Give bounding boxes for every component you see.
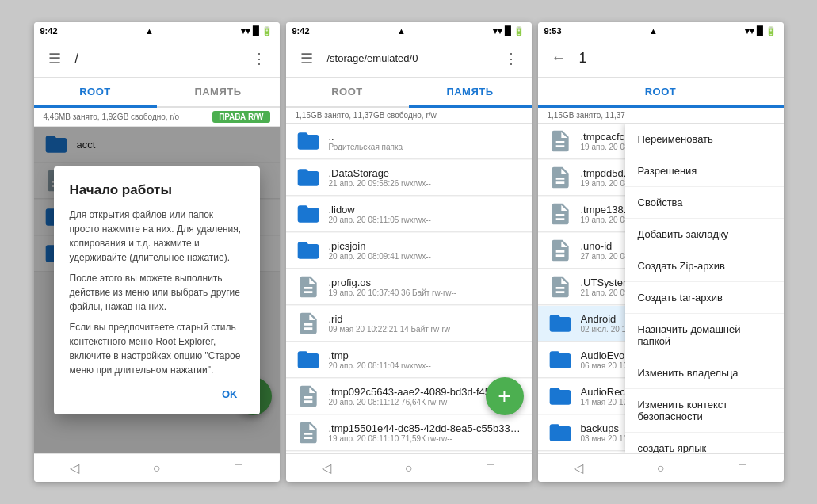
file-info: .rid 09 мая 20 10:22:21 14 Байт rw-rw-- (329, 313, 522, 334)
rights-button-1[interactable]: ПРАВА R/W (212, 111, 269, 123)
fab-button-2[interactable]: + (486, 377, 524, 415)
list-item[interactable]: .lidow 20 апр. 20 08:11:05 rwxrwx-- (286, 197, 532, 232)
screen3: 9:53 ▲ ▾▾ ▉ 🔋 ← 1 ROOT 1,15GB занято, 11… (538, 22, 784, 482)
home-nav-button-1[interactable]: ○ (142, 454, 170, 483)
signal-icon-1: ▉ (253, 26, 259, 36)
context-menu-bookmark[interactable]: Добавить закладку (625, 219, 784, 250)
app-bar-title-1: / (75, 52, 245, 66)
menu-button-2[interactable]: ☰ (292, 44, 321, 73)
home-nav-button-3[interactable]: ○ (646, 454, 674, 483)
screen1: 9:42 ▲ ▾▾ ▉ 🔋 ☰ / ⋮ ROOT ПАМЯТЬ 4,46МВ (34, 22, 280, 482)
list-item[interactable]: .tmp 20 апр. 20 08:11:04 rwxrwx-- (286, 342, 532, 378)
folder-icon (548, 384, 573, 409)
home-nav-button-2[interactable]: ○ (394, 454, 422, 483)
recent-nav-button-3[interactable]: □ (728, 454, 757, 483)
storage-bar-3: 1,15GB занято, 11,37 (538, 108, 784, 124)
folder-icon-selected (548, 311, 573, 336)
back-nav-button-3[interactable]: ◁ (564, 454, 593, 483)
file-icon (548, 165, 573, 190)
signal-icon-2: ▉ (505, 26, 511, 36)
status-bar-3: 9:53 ▲ ▾▾ ▉ 🔋 (538, 22, 784, 40)
screen1-content: acct default.prop 31 дек. 69 19:00:00 1,… (34, 127, 280, 453)
back-header-3: ← 1 (538, 40, 784, 78)
context-menu-3: Переименовать Разрешения Свойства Добави… (625, 124, 784, 453)
file-info: .picsjoin 20 апр. 20 08:09:41 rwxrwx-- (329, 240, 522, 261)
app-bar-2: ☰ /storage/emulated/0 ⋮ (286, 40, 532, 78)
notification-icon-3: ▲ (649, 26, 658, 36)
tab-root-2[interactable]: ROOT (286, 78, 409, 106)
storage-bar-2: 1,15GB занято, 11,37GB свободно, r/w (286, 108, 532, 124)
signal-icon-3: ▉ (757, 26, 763, 36)
tab-root-3[interactable]: ROOT (538, 78, 784, 108)
screen2: 9:42 ▲ ▾▾ ▉ 🔋 ☰ /storage/emulated/0 ⋮ RO… (286, 22, 532, 482)
file-icon (296, 420, 321, 445)
context-menu-owner[interactable]: Изменить владельца (625, 357, 784, 389)
notification-icon-1: ▲ (145, 26, 154, 36)
wifi-icon-2: ▾▾ (493, 26, 502, 36)
list-item[interactable]: .profig.os 19 апр. 20 10:37:40 36 Байт r… (286, 269, 532, 305)
list-item[interactable]: .rid 09 мая 20 10:22:21 14 Байт rw-rw-- (286, 306, 532, 342)
more-button-2[interactable]: ⋮ (497, 44, 525, 73)
folder-icon (296, 201, 321, 227)
status-icons-2: ▾▾ ▉ 🔋 (493, 26, 525, 36)
more-button-1[interactable]: ⋮ (245, 44, 273, 73)
battery-icon-1: 🔋 (262, 26, 273, 36)
bottom-nav-3: ◁ ○ □ (538, 453, 784, 482)
file-icon (548, 128, 573, 154)
dialog-ok-button[interactable]: OK (216, 384, 244, 405)
dialog-body3: Если вы предпочитаете старый стиль конте… (70, 320, 244, 377)
context-menu-properties[interactable]: Свойства (625, 187, 784, 219)
tabs-2: ROOT ПАМЯТЬ (286, 78, 532, 108)
folder-icon (296, 238, 321, 263)
status-bar-1: 9:42 ▲ ▾▾ ▉ 🔋 (34, 22, 280, 40)
status-icons-1: ▾▾ ▉ 🔋 (241, 26, 273, 36)
folder-icon (548, 347, 573, 372)
back-nav-button-2[interactable]: ◁ (312, 454, 341, 483)
wifi-icon-3: ▾▾ (745, 26, 754, 36)
folder-icon (548, 420, 573, 445)
back-button-3[interactable]: ← (544, 44, 573, 73)
list-item[interactable]: .picsjoin 20 апр. 20 08:09:41 rwxrwx-- (286, 233, 532, 269)
battery-icon-2: 🔋 (513, 26, 525, 36)
storage-info-3: 1,15GB занято, 11,37 (548, 111, 625, 120)
parent-folder-icon (296, 128, 321, 154)
context-menu-tar[interactable]: Создать tar-архив (625, 282, 784, 314)
tab-root-1[interactable]: ROOT (34, 78, 157, 108)
bottom-nav-1: ◁ ○ □ (34, 453, 280, 482)
time-3: 9:53 (544, 26, 562, 36)
context-menu-rename[interactable]: Переименовать (625, 124, 784, 155)
file-icon (296, 274, 321, 300)
menu-button-1[interactable]: ☰ (40, 44, 69, 73)
status-icons-3: ▾▾ ▉ 🔋 (745, 26, 777, 36)
context-menu-home[interactable]: Назначить домашней папкой (625, 314, 784, 357)
file-info: .profig.os 19 апр. 20 10:37:40 36 Байт r… (329, 277, 522, 297)
file-info: .tmp15501e44-dc85-42dd-8ea5-c55b336040a1… (329, 422, 522, 443)
app-bar-title-2: /storage/emulated/0 (327, 52, 497, 64)
list-item[interactable]: .tmp19a561c4-140d-4fbc-8a66-c41d80f2d90e… (286, 452, 532, 453)
context-menu-zip[interactable]: Создать Zip-архив (625, 250, 784, 282)
bottom-nav-2: ◁ ○ □ (286, 453, 532, 482)
tab-memory-2[interactable]: ПАМЯТЬ (409, 78, 532, 108)
time-1: 9:42 (40, 26, 58, 36)
file-icon (548, 201, 573, 227)
screen2-content: .. Родительская папка .DataStorage 21 ап… (286, 124, 532, 453)
dialog-title: Начало работы (70, 182, 244, 198)
back-nav-button-1[interactable]: ◁ (60, 454, 89, 483)
list-item[interactable]: .. Родительская папка (286, 124, 532, 159)
list-item[interactable]: .tmp15501e44-dc85-42dd-8ea5-c55b336040a1… (286, 415, 532, 451)
dialog-overlay-1: Начало работы Для открытия файлов или па… (34, 127, 280, 453)
wifi-icon-1: ▾▾ (241, 26, 250, 36)
storage-info-1: 4,46МВ занято, 1,92GB свободно, r/o (44, 113, 180, 121)
dialog-actions: OK (70, 384, 244, 405)
context-menu-security[interactable]: Изменить контекст безопасности (625, 389, 784, 433)
file-info: .DataStorage 21 апр. 20 09:58:26 rwxrwx-… (329, 167, 522, 188)
recent-nav-button-1[interactable]: □ (224, 454, 253, 483)
tab-memory-1[interactable]: ПАМЯТЬ (157, 78, 280, 106)
notification-icon-2: ▲ (397, 26, 406, 36)
recent-nav-button-2[interactable]: □ (476, 454, 505, 483)
screen3-content: .tmpcacfc... 19 апр. 20 08 .tmpdd5d... 1… (538, 124, 784, 453)
folder-icon (296, 347, 321, 372)
context-menu-permissions[interactable]: Разрешения (625, 155, 784, 187)
list-item[interactable]: .DataStorage 21 апр. 20 09:58:26 rwxrwx-… (286, 160, 532, 196)
context-menu-shortcut[interactable]: создать ярлык (625, 433, 784, 453)
